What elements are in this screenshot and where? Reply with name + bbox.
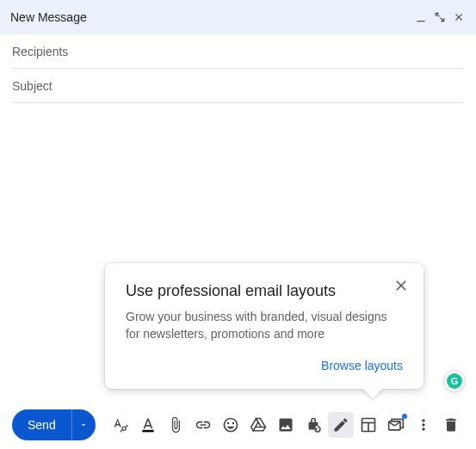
window-controls	[414, 10, 466, 24]
multisend-icon[interactable]	[383, 412, 409, 438]
svg-rect-1	[142, 430, 153, 433]
text-color-icon[interactable]	[135, 412, 161, 438]
emoji-icon[interactable]	[218, 412, 244, 438]
tooltip-action-row: Browse layouts	[126, 358, 403, 373]
grammarly-icon: G	[447, 373, 462, 389]
image-icon[interactable]	[273, 412, 299, 438]
confidential-icon[interactable]	[300, 412, 326, 438]
compose-toolbar: Send	[0, 401, 476, 449]
close-icon[interactable]	[452, 10, 466, 24]
compose-header: New Message	[0, 0, 476, 34]
tooltip-body: Grow your business with branded, visual …	[126, 309, 403, 342]
formatting-icon[interactable]	[108, 412, 133, 438]
send-options-button[interactable]	[71, 409, 96, 440]
badge-dot	[402, 414, 407, 419]
subject-field[interactable]: Subject	[12, 69, 464, 103]
recipients-placeholder: Recipients	[12, 45, 68, 58]
tooltip-close-icon[interactable]	[393, 277, 410, 298]
tooltip-title: Use professional email layouts	[126, 282, 403, 300]
minimize-icon[interactable]	[414, 10, 428, 24]
tooltip-arrow	[363, 379, 383, 399]
attach-icon[interactable]	[163, 412, 189, 438]
right-toolbar	[411, 412, 464, 438]
page-title: New Message	[10, 10, 87, 24]
subject-placeholder: Subject	[12, 79, 53, 93]
grammarly-badge[interactable]: G	[443, 370, 466, 392]
layouts-icon[interactable]	[355, 412, 381, 438]
send-group: Send	[12, 409, 96, 440]
svg-point-0	[122, 427, 126, 430]
layouts-tooltip: Use professional email layouts Grow your…	[105, 263, 423, 389]
recipients-field[interactable]: Recipients	[12, 34, 464, 69]
signature-icon[interactable]	[328, 412, 354, 438]
toolbar-icons	[108, 412, 411, 438]
fullscreen-icon[interactable]	[433, 10, 447, 24]
discard-icon[interactable]	[438, 412, 464, 438]
link-icon[interactable]	[190, 412, 216, 438]
more-options-icon[interactable]	[411, 412, 436, 438]
browse-layouts-button[interactable]: Browse layouts	[321, 359, 403, 372]
drive-icon[interactable]	[245, 412, 271, 438]
send-button[interactable]: Send	[12, 409, 71, 440]
